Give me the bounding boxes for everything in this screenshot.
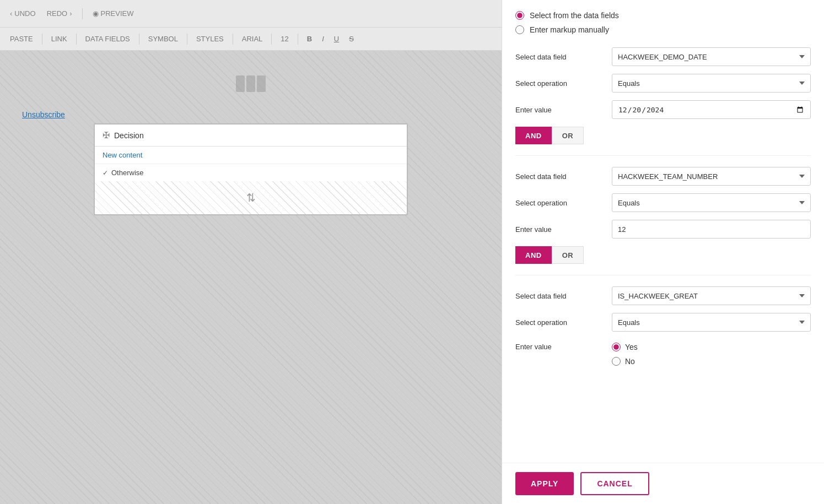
field-row-value-3: Enter value Yes No bbox=[515, 339, 811, 366]
cancel-button[interactable]: CANCEL bbox=[580, 472, 649, 495]
paste-button[interactable]: PASTE bbox=[7, 34, 36, 44]
styles-button[interactable]: STYLES bbox=[193, 34, 227, 44]
data-field-select-3[interactable]: IS_HACKWEEK_GREAT bbox=[612, 286, 811, 305]
decision-title: Decision bbox=[114, 131, 144, 140]
radio-group-source: Select from the data fields Enter markup… bbox=[515, 11, 811, 34]
radio-manual-input[interactable] bbox=[515, 25, 524, 34]
toolbar: ‹ UNDO REDO › ◉ PREVIEW bbox=[0, 0, 502, 28]
or-button-2[interactable]: OR bbox=[552, 246, 584, 264]
radio-no-option[interactable]: No bbox=[612, 357, 638, 366]
unsubscribe-link[interactable]: Unsubscribe bbox=[22, 110, 491, 119]
bold-button[interactable]: B bbox=[304, 34, 315, 44]
underline-button[interactable]: U bbox=[331, 34, 342, 44]
sep6 bbox=[271, 34, 272, 45]
sep1 bbox=[42, 34, 42, 45]
divider-1 bbox=[515, 155, 811, 156]
settings-panel: Select from the data fields Enter markup… bbox=[502, 0, 824, 504]
link-button[interactable]: LINK bbox=[48, 34, 71, 44]
sep5 bbox=[233, 34, 233, 45]
preview-button[interactable]: ◉ PREVIEW bbox=[89, 7, 137, 20]
value-label-3: Enter value bbox=[515, 343, 612, 351]
data-field-select-1[interactable]: HACKWEEK_DEMO_DATE bbox=[612, 47, 811, 66]
font-button[interactable]: ARIAL bbox=[239, 34, 266, 44]
sep7 bbox=[298, 34, 298, 45]
radio-no-input[interactable] bbox=[612, 357, 621, 366]
editor-panel: ‹ UNDO REDO › ◉ PREVIEW PASTE LINK DATA … bbox=[0, 0, 502, 504]
sep3 bbox=[139, 34, 139, 45]
canvas-area: Unsubscribe ✠ Decision New content ✓ Oth… bbox=[0, 51, 502, 504]
decision-icon: ✠ bbox=[103, 130, 110, 140]
condition-block-1: Select data field HACKWEEK_DEMO_DATE Sel… bbox=[515, 47, 811, 144]
field-row-operation-3: Select operation Equals bbox=[515, 313, 811, 332]
italic-button[interactable]: I bbox=[319, 34, 327, 44]
or-button-1[interactable]: OR bbox=[552, 127, 584, 144]
field-row-data-field-1: Select data field HACKWEEK_DEMO_DATE bbox=[515, 47, 811, 66]
format-toolbar: PASTE LINK DATA FIELDS SYMBOL STYLES ARI… bbox=[0, 28, 502, 51]
field-row-operation-2: Select operation Equals bbox=[515, 193, 811, 212]
chevron-down-icon: ✓ bbox=[103, 169, 108, 177]
redo-button[interactable]: REDO › bbox=[44, 7, 76, 20]
radio-value-group-3: Yes No bbox=[612, 343, 638, 366]
move-icon: ⇅ bbox=[246, 191, 256, 204]
canvas-bottom: ⇅ bbox=[95, 181, 407, 214]
preview-icon: ◉ bbox=[93, 9, 99, 18]
field-row-operation-1: Select operation Equals bbox=[515, 74, 811, 93]
and-button-1[interactable]: AND bbox=[515, 127, 552, 144]
and-button-2[interactable]: AND bbox=[515, 246, 552, 264]
sep2 bbox=[76, 34, 77, 45]
decision-header: ✠ Decision bbox=[95, 124, 407, 147]
operation-select-3[interactable]: Equals bbox=[612, 313, 811, 332]
data-fields-button[interactable]: DATA FIELDS bbox=[82, 34, 133, 44]
radio-yes-option[interactable]: Yes bbox=[612, 343, 638, 351]
operation-select-1[interactable]: Equals bbox=[612, 74, 811, 93]
operation-select-2[interactable]: Equals bbox=[612, 193, 811, 212]
operation-label-2: Select operation bbox=[515, 199, 612, 207]
sep4 bbox=[187, 34, 187, 45]
radio-manual-label: Enter markup manually bbox=[530, 25, 609, 34]
undo-button[interactable]: ‹ UNDO bbox=[7, 7, 39, 20]
otherwise-row: ✓ Otherwise bbox=[95, 164, 407, 181]
decision-block: ✠ Decision New content ✓ Otherwise ⇅ bbox=[94, 123, 408, 215]
divider-2 bbox=[515, 275, 811, 275]
radio-no-label: No bbox=[625, 357, 635, 366]
condition-block-2: Select data field HACKWEEK_TEAM_NUMBER S… bbox=[515, 167, 811, 264]
logic-row-1: AND OR bbox=[515, 127, 811, 144]
settings-footer: APPLY CANCEL bbox=[502, 463, 824, 504]
otherwise-text: Otherwise bbox=[111, 169, 144, 177]
size-button[interactable]: 12 bbox=[277, 34, 292, 44]
canvas-content: Unsubscribe ✠ Decision New content ✓ Oth… bbox=[0, 51, 502, 226]
apply-button[interactable]: APPLY bbox=[515, 472, 574, 495]
data-field-label-2: Select data field bbox=[515, 172, 612, 181]
radio-manual-option[interactable]: Enter markup manually bbox=[515, 25, 811, 34]
operation-label-3: Select operation bbox=[515, 318, 612, 327]
settings-body: Select from the data fields Enter markup… bbox=[502, 0, 824, 463]
condition-block-3: Select data field IS_HACKWEEK_GREAT Sele… bbox=[515, 286, 811, 366]
logic-row-2: AND OR bbox=[515, 246, 811, 264]
operation-label-1: Select operation bbox=[515, 79, 612, 88]
data-field-select-2[interactable]: HACKWEEK_TEAM_NUMBER bbox=[612, 167, 811, 186]
symbol-button[interactable]: SYMBOL bbox=[145, 34, 181, 44]
value-label-2: Enter value bbox=[515, 225, 612, 234]
radio-from-fields-label: Select from the data fields bbox=[530, 11, 619, 20]
new-content-label[interactable]: New content bbox=[95, 147, 407, 164]
radio-yes-label: Yes bbox=[625, 343, 638, 351]
redo-icon: › bbox=[69, 9, 72, 18]
canvas-top bbox=[94, 62, 408, 106]
columns-icon bbox=[236, 75, 266, 92]
data-field-label-3: Select data field bbox=[515, 292, 612, 300]
value-input-2[interactable] bbox=[612, 220, 811, 239]
undo-icon: ‹ bbox=[10, 9, 12, 18]
value-input-1[interactable] bbox=[612, 100, 811, 119]
value-label-1: Enter value bbox=[515, 106, 612, 114]
radio-yes-input[interactable] bbox=[612, 343, 621, 351]
radio-from-fields-option[interactable]: Select from the data fields bbox=[515, 11, 811, 20]
data-field-label-1: Select data field bbox=[515, 53, 612, 61]
field-row-data-field-3: Select data field IS_HACKWEEK_GREAT bbox=[515, 286, 811, 305]
radio-from-fields-input[interactable] bbox=[515, 11, 524, 20]
field-row-value-2: Enter value bbox=[515, 220, 811, 239]
field-row-data-field-2: Select data field HACKWEEK_TEAM_NUMBER bbox=[515, 167, 811, 186]
field-row-value-1: Enter value bbox=[515, 100, 811, 119]
toolbar-separator bbox=[82, 8, 83, 19]
strikethrough-button[interactable]: S bbox=[346, 34, 357, 44]
